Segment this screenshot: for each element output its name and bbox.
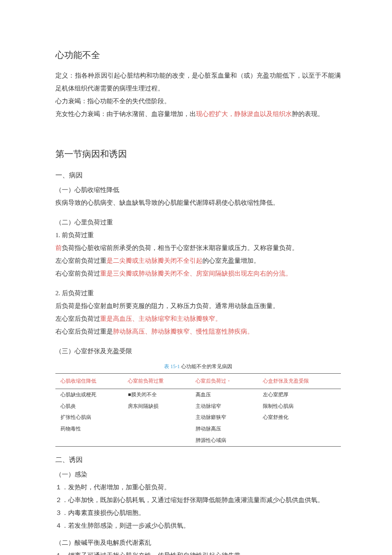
table-row: 扩张性心肌病 主动脉癖狭窄 心室舒推化	[55, 412, 341, 423]
td	[258, 435, 341, 446]
afterload-l3-red: 肺动脉高压、肺动脉瓣狭窄、慢性阻塞性肺疾病。	[113, 328, 254, 335]
inducer-item1-l4: ４．若发生肺部感染，则进一步减少心肌供氧。	[55, 519, 341, 532]
th-col0: 心肌收缩住降低	[55, 373, 123, 389]
td	[123, 423, 190, 435]
td: 房东间隔缺损	[123, 401, 190, 412]
table-caption-number: 表 15-1	[164, 363, 181, 369]
preload-l3-pre: 右心室前负荷过	[55, 270, 100, 277]
table-caption: 表 15-1 心功能不全的常见病因	[55, 362, 341, 372]
inducer-item2-title: （二）酸碱平衡及电解质代谢紊乱	[55, 536, 341, 549]
afterload-l2-pre: 左心室后负荷过	[55, 315, 100, 322]
afterload-label: 2. 后负荷过重	[55, 287, 341, 299]
inducer-item1-l1: １．发热时，代谢增加，加重心脏负荷。	[55, 481, 341, 494]
sub-heading-causes: 一、病因	[55, 169, 341, 182]
td: 肺动脉高压	[190, 423, 258, 435]
cause-item3-title: （三）心室舒张及充盈受限	[55, 345, 341, 357]
td	[55, 435, 123, 446]
heart-failure-line: 心力衰竭：指心功能不全的失代偿阶段。	[55, 95, 341, 108]
td: 心室舒推化	[258, 412, 341, 423]
th-col1: 心室前负荷过重	[123, 373, 190, 389]
inducer-item1-l2: ２．心率加快，既加剧心肌耗氧，又通过缩短舒张期降低能肺血液灌流量而减少心肌供血供…	[55, 494, 341, 506]
inducer-item2-l1: １．钾离子可通过干扰心肌兴奋性、传导性和自律性引起心律失常。	[55, 549, 341, 555]
td: 扩张性心肌病	[55, 412, 123, 423]
table-caption-text: 心功能不全的常见病因	[181, 363, 232, 369]
table-row: 药物毒性 肺动脉高压	[55, 423, 341, 435]
td: 主动脉癖狭窄	[190, 412, 258, 423]
causes-table: 心肌收缩住降低 心室前负荷过重 心室后负荷过・ 心盒舒张及充盈受限 心肌缺虫或梗…	[55, 373, 341, 447]
preload-l1-post: 负荷指心脏收缩前所承受的负荷，相当于心室舒张末期容量或压力。又称容量负荷。	[62, 244, 298, 251]
afterload-line1: 后负荷是指心室射血时所要克服的阻力，又称压力负荷。通常用动脉血压衡量。	[55, 299, 341, 312]
preload-l3-red: 重是三尖瓣或肺动脉瓣关闭不全、房室间隔缺损出现左向右的分流。	[100, 270, 292, 277]
td	[258, 423, 341, 435]
cause-item2-title: （二）心里负荷过重	[55, 216, 341, 229]
preload-line1: 前负荷指心脏收缩前所承受的负荷，相当于心室舒张末期容量或压力。又称容量负荷。	[55, 241, 341, 254]
preload-line2: 左心室前负荷过重是二尖瓣或主动脉瓣关闭不全引起的心室充盈量增加。	[55, 254, 341, 267]
table-row: 心肌炎 房东间隔缺损 主动脉缩窄 限制性心肌病	[55, 401, 341, 412]
td: 限制性心肌病	[258, 401, 341, 412]
preload-l2-post: 的心室充盈量增加。	[202, 257, 260, 264]
inducer-item1-l3: ３．内毒素直接损伤心肌细胞。	[55, 506, 341, 519]
table-row: 心肌缺虫或梗死 ■膜关闭不全 高血压 左心室肥厚	[55, 389, 341, 400]
congestive-post: 肿的表现。	[292, 110, 324, 117]
td: 心肌炎	[55, 401, 123, 412]
inducer-item1-title: （一）感染	[55, 468, 341, 481]
cause-item1-body: 疾病导致的心肌病变、缺血缺氧导致的心肌能量代谢障碍易使心肌收缩性降低。	[55, 196, 341, 209]
td	[123, 412, 190, 423]
td: 左心室肥厚	[258, 389, 341, 400]
cause-item1-title: （一）心肌收缩性降低	[55, 183, 341, 196]
th-col3: 心盒舒张及充盈受限	[258, 373, 341, 389]
definition-body: 指各种原因引起心脏结构和功能的改变，是心脏泵血量和（或）充盈功能低下，以至于不能…	[55, 72, 341, 92]
afterload-l2-red: 重是高血压、主动脉缩窄和主动脉瓣狭窄。	[100, 315, 222, 322]
afterload-line2: 左心室后负荷过重是高血压、主动脉缩窄和主动脉瓣狭窄。	[55, 312, 341, 325]
sub-heading-inducers: 二、诱因	[55, 453, 341, 466]
th-col2: 心室后负荷过・	[190, 373, 258, 389]
preload-line3: 右心室前负荷过重是三尖瓣或肺动脉瓣关闭不全、房室间隔缺损出现左向右的分流。	[55, 267, 341, 280]
title: 心功能不全	[55, 47, 341, 64]
congestive-line: 充女性心力衰竭：由于钠水潴留、血容量增加，出现心腔扩大，静脉淤血以及组织水肿的表…	[55, 108, 341, 120]
preload-label: 1. 前负荷过重	[55, 229, 341, 241]
definition-label: 定义：	[55, 72, 75, 79]
preload-l2-pre: 左心室前负荷过重	[55, 257, 107, 264]
td: 药物毒性	[55, 423, 123, 435]
document-page: 心功能不全 定义：指各种原因引起心脏结构和功能的改变，是心脏泵血量和（或）充盈功…	[0, 0, 392, 555]
congestive-red: 现心腔扩大，静脉淤血以及组织水	[196, 110, 292, 117]
congestive-pre: 充女性心力衰竭：由于钠水潴留、血容量增加，出	[55, 110, 196, 117]
table-header-row: 心肌收缩住降低 心室前负荷过重 心室后负荷过・ 心盒舒张及充盈受限	[55, 373, 341, 389]
td: 心肌缺虫或梗死	[55, 389, 123, 400]
td: 主动脉缩窄	[190, 401, 258, 412]
td: 肺源性心域病	[190, 435, 258, 446]
table-wrap: 表 15-1 心功能不全的常见病因 心肌收缩住降低 心室前负荷过重 心室后负荷过…	[55, 362, 341, 447]
section1-heading: 第一节病因和诱因	[55, 146, 341, 163]
table-row: 肺源性心域病	[55, 435, 341, 446]
afterload-line3: 右心室后负荷过重是肺动脉高压、肺动脉瓣狭窄、慢性阻塞性肺疾病。	[55, 325, 341, 338]
td	[123, 435, 190, 446]
td: ■膜关闭不全	[123, 389, 190, 400]
preload-l1-pre: 前	[55, 244, 62, 251]
definition-paragraph: 定义：指各种原因引起心脏结构和功能的改变，是心脏泵血量和（或）充盈功能低下，以至…	[55, 69, 341, 95]
afterload-l3-pre: 右心室后负荷过重是	[55, 328, 113, 335]
preload-l2-red: 是二尖瓣或主动脉瓣关闭不全引起	[107, 257, 202, 264]
td: 高血压	[190, 389, 258, 400]
